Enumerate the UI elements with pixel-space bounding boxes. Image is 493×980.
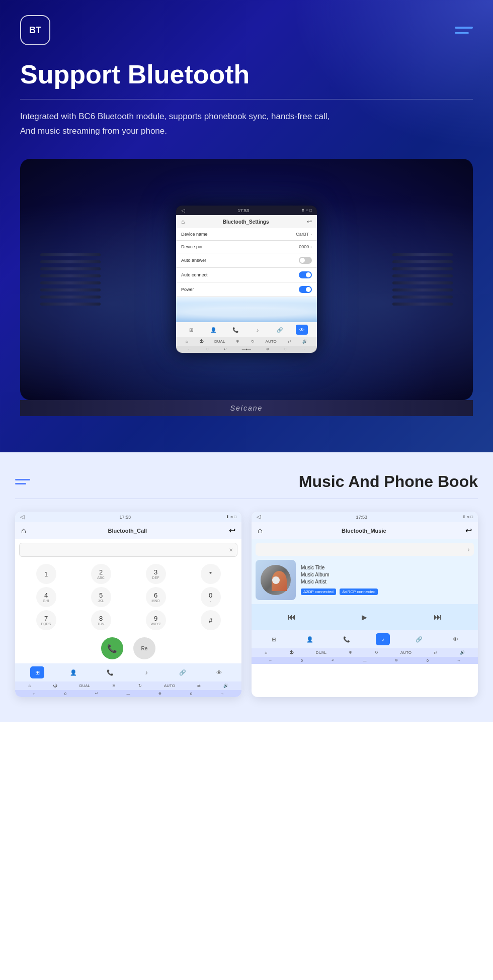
call-nav-apps[interactable]: ⊞ (30, 666, 44, 678)
dialer-key-7[interactable]: 7PQRS (36, 610, 56, 630)
auto-answer-row: Auto answer (176, 253, 317, 268)
call-ctrl-icon[interactable]: ⊕ (158, 692, 161, 696)
call-fn-snow[interactable]: ❄ (112, 683, 116, 688)
music-search-bar[interactable]: ♪ (256, 543, 474, 556)
call-fn-home[interactable]: ⌂ (28, 683, 31, 688)
call-home-icon[interactable]: ⌂ (21, 526, 26, 535)
seicane-text: Seicane (230, 404, 263, 412)
call-nav-eye[interactable]: 👁 (212, 666, 226, 678)
music-back-btn[interactable]: ↩ (465, 526, 472, 535)
dialer-key-1[interactable]: 1 (36, 564, 56, 584)
call-ctrl-enter[interactable]: ↵ (95, 692, 98, 696)
music-fn-loop[interactable]: ↻ (375, 650, 378, 655)
music-nav-music[interactable]: ♪ (376, 633, 390, 645)
hu-nav-link[interactable]: 🔗 (274, 325, 286, 335)
hu-fn-loop[interactable]: ↻ (251, 339, 255, 344)
call-fn-bar: ⌂ ⏻ DUAL ❄ ↻ AUTO ⇄ 🔊 (15, 681, 241, 690)
hu-ctrl-enter[interactable]: ↵ (224, 347, 227, 351)
call-screen-title: Bluetooth_Call (108, 528, 147, 534)
hu-nav-phone[interactable]: 📞 (229, 325, 241, 335)
music-prev-btn[interactable]: ⏮ (283, 608, 301, 626)
dialer-key-0[interactable]: 0- (201, 587, 221, 607)
call-nav-contacts[interactable]: 👤 (66, 666, 80, 678)
music-back-arrow[interactable]: ◁ (257, 514, 261, 520)
dialer-key-5[interactable]: 5JKL (91, 587, 111, 607)
section2-hamburger[interactable] (15, 479, 30, 484)
music-fn-home[interactable]: ⌂ (265, 650, 267, 655)
call-fn-loop[interactable]: ↻ (138, 683, 142, 688)
auto-connect-toggle[interactable] (299, 271, 312, 278)
hu-nav-apps[interactable]: ⊞ (185, 325, 197, 335)
music-next-btn[interactable]: ⏭ (429, 608, 447, 626)
music-fn-arrows[interactable]: ⇄ (434, 650, 437, 655)
call-nav-phone[interactable]: 📞 (103, 666, 117, 678)
music-nav-link[interactable]: 🔗 (412, 633, 426, 645)
auto-answer-toggle[interactable] (299, 257, 312, 264)
power-toggle[interactable] (299, 286, 312, 293)
music-nav-contacts[interactable]: 👤 (303, 633, 317, 645)
hu-fn-snowflake[interactable]: ❄ (236, 339, 239, 344)
call-fn-dual[interactable]: DUAL (79, 683, 90, 688)
music-fn-auto[interactable]: AUTO (400, 650, 412, 655)
dialer-input-field[interactable]: ✕ (19, 543, 237, 557)
call-back-arrow[interactable]: ◁ (20, 514, 24, 520)
device-pin-value: 0000 › (299, 244, 312, 249)
hu-fn-arrows[interactable]: ⇄ (288, 339, 291, 344)
call-ctrl-slider[interactable]: — (126, 692, 130, 696)
music-ctrl-fwd[interactable]: → (457, 659, 461, 662)
head-unit-screen: ◁ 17:53 ⬆ ≈ □ ⌂ Bluetooth_Settings ↩ Dev… (176, 206, 317, 353)
call-fn-power[interactable]: ⏻ (53, 683, 57, 688)
hu-ctrl-slider[interactable]: —●— (242, 347, 251, 351)
hu-back-btn[interactable]: ↩ (307, 218, 312, 225)
device-name-chevron[interactable]: › (310, 232, 312, 237)
device-pin-chevron[interactable]: › (310, 245, 312, 249)
music-ctrl-back[interactable]: ← (269, 659, 272, 662)
hu-fn-vol[interactable]: 🔊 (302, 339, 307, 344)
call-fn-vol[interactable]: 🔊 (223, 683, 228, 688)
dialer-key-hash[interactable]: # (201, 610, 221, 630)
music-ctrl-slider[interactable]: — (363, 659, 366, 662)
call-back-btn[interactable]: ↩ (229, 526, 235, 535)
hu-fn-home[interactable]: ⌂ (186, 339, 188, 344)
call-fn-auto[interactable]: AUTO (164, 683, 175, 688)
music-nav-eye[interactable]: 👁 (449, 633, 463, 645)
music-nav-apps[interactable]: ⊞ (267, 633, 281, 645)
recall-button[interactable]: Re (133, 637, 155, 659)
hu-nav-music[interactable]: ♪ (252, 325, 264, 335)
hu-nav-eye[interactable]: 👁 (296, 325, 308, 335)
music-fn-vol[interactable]: 🔊 (460, 650, 465, 655)
call-fn-arrows[interactable]: ⇄ (197, 683, 201, 688)
dialer-clear-btn[interactable]: ✕ (229, 547, 233, 553)
dialer-key-9[interactable]: 9WXYZ (146, 610, 166, 630)
music-nav-phone[interactable]: 📞 (340, 633, 354, 645)
hu-home-icon[interactable]: ⌂ (181, 218, 185, 225)
call-time: 17:53 (119, 515, 131, 520)
dialer-key-3[interactable]: 3DEF (146, 564, 166, 584)
call-ctrl-back[interactable]: ← (32, 692, 36, 696)
dialer-key-6[interactable]: 6MNO (146, 587, 166, 607)
music-ctrl-enter[interactable]: ↵ (332, 658, 335, 662)
music-fn-power[interactable]: ⏻ (289, 650, 293, 655)
hu-fn-power[interactable]: ⏻ (199, 339, 203, 344)
hu-nav-contacts[interactable]: 👤 (207, 325, 219, 335)
music-ctrl-icon[interactable]: ⊕ (395, 658, 398, 662)
hu-ctrl-icon[interactable]: ⊕ (266, 347, 269, 351)
hu-ctrl-fwd[interactable]: → (302, 347, 305, 351)
hu-fn-auto[interactable]: AUTO (266, 339, 277, 344)
dialer-key-8[interactable]: 8TUV (91, 610, 111, 630)
dialer-key-4[interactable]: 4GHI (36, 587, 56, 607)
dialer-key-2[interactable]: 2ABC (91, 564, 111, 584)
hu-back-arrow[interactable]: ◁ (181, 208, 185, 213)
music-fn-dual[interactable]: DUAL (316, 650, 326, 655)
hu-fn-dual[interactable]: DUAL (214, 339, 225, 344)
hu-ctrl-back[interactable]: ← (188, 347, 191, 351)
music-home-icon[interactable]: ⌂ (258, 526, 263, 535)
call-ctrl-fwd[interactable]: → (221, 692, 224, 696)
call-nav-music[interactable]: ♪ (139, 666, 153, 678)
call-nav-link[interactable]: 🔗 (176, 666, 190, 678)
dialer-key-star[interactable]: * (201, 564, 221, 584)
hamburger-menu[interactable] (455, 27, 473, 34)
call-button[interactable]: 📞 (101, 637, 123, 659)
music-fn-snow[interactable]: ❄ (349, 650, 352, 655)
music-play-btn[interactable]: ▶ (356, 608, 374, 626)
